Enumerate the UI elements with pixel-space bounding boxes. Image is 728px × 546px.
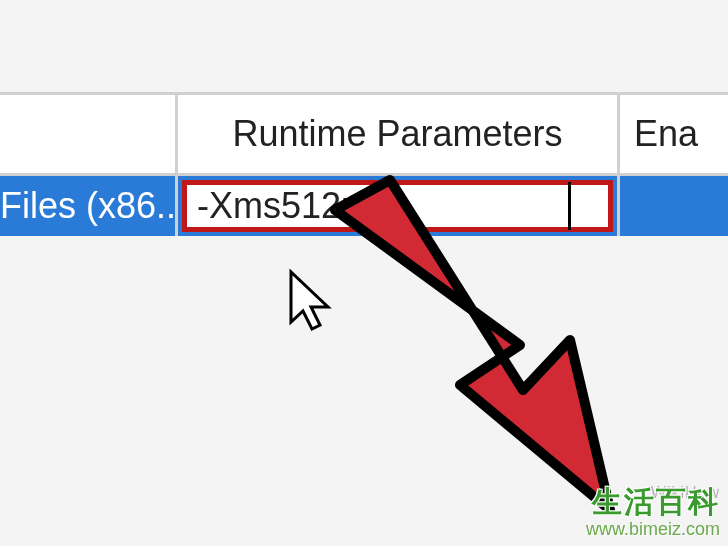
watermark-title: 生活百科: [586, 482, 720, 523]
column-header-runtime-label: Runtime Parameters: [232, 113, 562, 155]
column-header-runtime-parameters[interactable]: Runtime Parameters: [178, 95, 620, 173]
column-header-enabled[interactable]: Ena: [620, 95, 728, 173]
mouse-cursor-icon: [286, 267, 346, 347]
cell-enabled[interactable]: [620, 176, 728, 236]
text-caret: [568, 182, 571, 230]
settings-panel: Runtime Parameters Ena Files (x86... Wik…: [0, 0, 728, 546]
table-row[interactable]: Files (x86...: [0, 176, 728, 236]
cell-path[interactable]: Files (x86...: [0, 176, 178, 236]
table-header-row: Runtime Parameters Ena: [0, 92, 728, 176]
jre-table: Runtime Parameters Ena Files (x86...: [0, 92, 728, 236]
runtime-parameters-input[interactable]: [182, 180, 613, 232]
cell-runtime-parameters[interactable]: [178, 176, 620, 236]
column-header-enabled-label: Ena: [634, 113, 698, 155]
cell-path-value: Files (x86...: [0, 185, 178, 227]
watermark: 生活百科 www.bimeiz.com: [586, 482, 720, 540]
watermark-url: www.bimeiz.com: [586, 519, 720, 540]
column-header-path[interactable]: [0, 95, 178, 173]
